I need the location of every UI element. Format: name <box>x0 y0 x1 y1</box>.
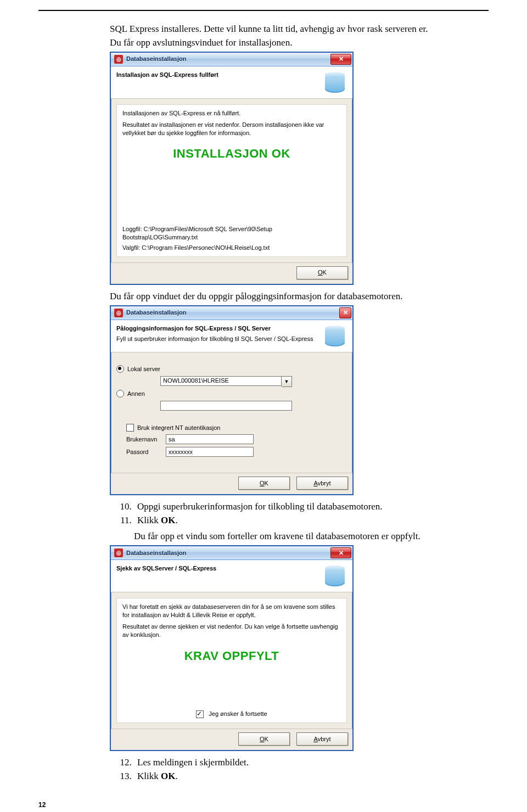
password-input[interactable]: xxxxxxxx <box>166 447 254 457</box>
optfile-label: Valgfil: <box>122 244 140 251</box>
app-icon: ◎ <box>114 55 123 64</box>
status-banner: INSTALLASJON OK <box>122 145 341 162</box>
database-icon <box>323 324 347 349</box>
nt-auth-checkbox[interactable] <box>126 424 134 432</box>
intro-text-1: SQL Express installeres. Dette vil kunne… <box>110 23 439 36</box>
continue-checkbox[interactable] <box>196 710 204 718</box>
check-line-2: Resultatet av denne sjekken er vist nede… <box>122 623 341 639</box>
close-button[interactable]: ✕ <box>330 547 351 558</box>
dialog-heading: Påloggingsinformasjon for SQL-Express / … <box>116 324 317 333</box>
check-line-1: Vi har foretatt en sjekk av databaseserv… <box>122 603 341 619</box>
dialog-subheading: Fyll ut superbruker informasjon for tilk… <box>116 335 317 343</box>
radio-local-label: Lokal server <box>127 365 160 373</box>
chevron-down-icon[interactable]: ▼ <box>282 376 292 387</box>
window-title: Databaseinstallasjon <box>126 549 330 557</box>
step-list: Oppgi superbrukerinformasjon for tilkobl… <box>110 501 439 527</box>
step-13: Klikk OK. <box>134 770 439 783</box>
username-label: Brukernavn <box>126 435 166 444</box>
optfile-row: Valgfil: C:\Program Files\Personec\NO\HL… <box>122 244 341 252</box>
step-11: Klikk OK. <box>134 514 439 527</box>
local-server-value[interactable]: NOWL000081\HLREISE <box>160 376 282 386</box>
window-title: Databaseinstallasjon <box>126 309 339 317</box>
username-input[interactable]: sa <box>166 434 254 444</box>
database-icon <box>323 71 347 95</box>
radio-local-server[interactable] <box>116 365 124 373</box>
ok-button[interactable]: OK <box>296 266 348 279</box>
database-icon <box>323 564 347 589</box>
ok-button[interactable]: OK <box>238 477 290 490</box>
logfile-path: C:\ProgramFiles\Microsoft SQL Server\90\… <box>122 226 272 240</box>
continue-label: Jeg ønsker å fortsette <box>209 710 267 717</box>
titlebar[interactable]: ◎ Databaseinstallasjon ✕ <box>111 53 352 66</box>
window-title: Databaseinstallasjon <box>126 55 330 63</box>
nt-auth-label: Bruk integrert NT autentikasjon <box>137 424 220 432</box>
cancel-button[interactable]: Avbryt <box>296 732 348 746</box>
logfile-row: Loggfil: C:\ProgramFiles\Microsoft SQL S… <box>122 225 341 242</box>
app-icon: ◎ <box>114 309 123 317</box>
step-12: Les meldingen i skjermbildet. <box>134 757 439 769</box>
info-line-1: Installasjonen av SQL-Express er nå full… <box>122 109 341 117</box>
optfile-path: C:\Program Files\Personec\NO\HLReise\Log… <box>142 244 270 251</box>
close-icon: ✕ <box>343 309 348 317</box>
after-win1-text: Du får opp vinduet der du oppgir påloggi… <box>110 290 439 303</box>
password-label: Passord <box>126 448 166 456</box>
close-icon: ✕ <box>339 55 344 63</box>
close-button[interactable]: ✕ <box>339 307 351 318</box>
close-button[interactable]: ✕ <box>330 54 351 65</box>
status-banner: KRAV OPPFYLT <box>122 648 341 664</box>
step-list-2: Les meldingen i skjermbildet. Klikk OK. <box>110 757 439 783</box>
page-top-rule <box>38 10 489 11</box>
dialog-requirements-check: ◎ Databaseinstallasjon ✕ Sjekk av SQLSer… <box>110 545 354 751</box>
step-10: Oppgi superbrukerinformasjon for tilkobl… <box>134 501 439 513</box>
intro-text-2: Du får opp avslutningsvinduet for instal… <box>110 37 439 49</box>
radio-other-server[interactable] <box>116 390 124 397</box>
info-line-2: Resultatet av installasjonen er vist ned… <box>122 121 341 137</box>
dialog-login-info: ◎ Databaseinstallasjon ✕ Påloggingsinfor… <box>110 305 354 496</box>
dialog-heading: Sjekk av SQLServer / SQL-Express <box>116 564 317 573</box>
after-steps-text: Du får opp et vindu som forteller om kra… <box>134 530 439 543</box>
titlebar[interactable]: ◎ Databaseinstallasjon ✕ <box>111 546 352 560</box>
page-number: 12 <box>38 801 46 809</box>
cancel-button[interactable]: Avbryt <box>296 477 348 490</box>
close-icon: ✕ <box>339 549 344 557</box>
titlebar[interactable]: ◎ Databaseinstallasjon ✕ <box>111 306 352 320</box>
dialog-install-complete: ◎ Databaseinstallasjon ✕ Installasjon av… <box>110 52 354 285</box>
ok-button[interactable]: OK <box>238 732 290 746</box>
dialog-heading: Installasjon av SQL-Express fullført <box>116 71 317 79</box>
radio-other-label: Annen <box>127 390 145 398</box>
logfile-label: Loggfil: <box>122 226 142 232</box>
local-server-combo[interactable]: NOWL000081\HLREISE ▼ <box>160 376 292 387</box>
other-server-input[interactable] <box>160 401 292 411</box>
app-icon: ◎ <box>114 548 123 557</box>
